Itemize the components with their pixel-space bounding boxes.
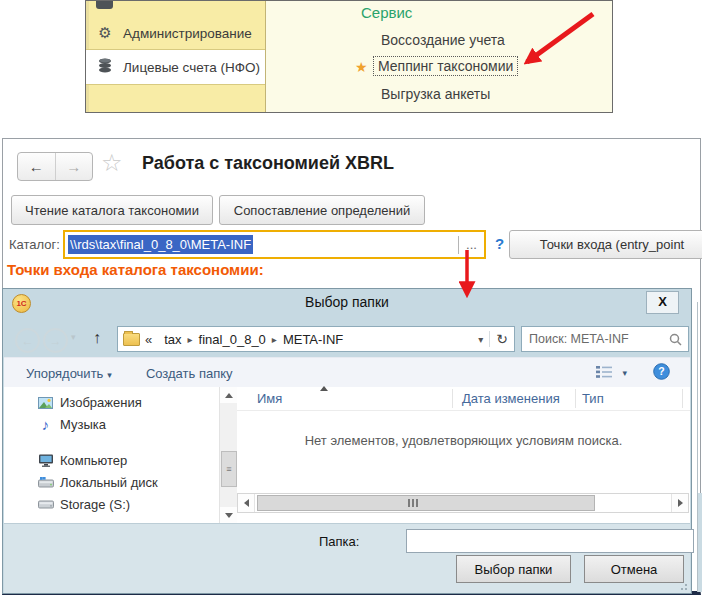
resize-grip[interactable] (677, 580, 687, 590)
close-button[interactable]: X (646, 291, 679, 314)
scroll-down-button[interactable] (220, 507, 237, 523)
folder-name-input[interactable] (406, 529, 694, 553)
view-mode-chevron-icon[interactable]: ▾ (622, 368, 627, 378)
grip-icon: ≡ (226, 464, 231, 474)
sidebar-scrollbar[interactable]: ≡ (219, 387, 237, 523)
folder-label: Папка: (319, 534, 359, 549)
breadcrumb-item[interactable]: tax (164, 332, 181, 347)
scroll-left-button[interactable] (238, 494, 255, 512)
column-header-type[interactable]: Тип (582, 391, 604, 406)
breadcrumb-separator-icon: ▸ (188, 334, 193, 345)
column-header-name[interactable]: Имя (257, 391, 282, 406)
breadcrumb-dropdown-icon[interactable]: ▾ (478, 334, 483, 345)
partial-menu-icon (96, 1, 113, 9)
dialog-toolbar: Упорядочить▾ Создать папку ▾ ? (4, 357, 690, 389)
catalog-value-selected: \\rds\tax\final_0_8_0\META-INF (68, 235, 253, 254)
catalog-input[interactable]: \\rds\tax\final_0_8_0\META-INF ... (63, 230, 486, 259)
compare-definitions-button[interactable]: Сопоставление определений (219, 195, 425, 225)
accounts-icon (95, 58, 115, 76)
column-divider[interactable] (682, 389, 683, 408)
new-folder-button[interactable]: Создать папку (146, 366, 233, 381)
search-icon (669, 333, 682, 346)
favorite-toggle-icon[interactable]: ☆ (101, 149, 123, 177)
scroll-up-button[interactable] (220, 387, 237, 403)
organize-menu-button[interactable]: Упорядочить▾ (26, 366, 112, 381)
scroll-right-button[interactable] (671, 494, 688, 512)
forward-arrow-icon: → (50, 334, 62, 348)
menu-item-taxonomy-mapping[interactable]: Меппинг таксономии (373, 56, 518, 76)
page-title: Работа с таксономией XBRL (142, 153, 394, 174)
back-arrow-icon: ← (29, 158, 44, 175)
gear-icon: ⚙ (95, 24, 115, 42)
pictures-icon (37, 397, 54, 409)
forward-arrow-icon: → (66, 158, 81, 175)
chevron-down-icon: ▾ (107, 370, 112, 380)
history-nav: ← → (17, 152, 93, 181)
column-divider[interactable] (575, 389, 576, 408)
organize-label: Упорядочить (26, 366, 103, 381)
dialog-titlebar[interactable]: Выбор папки (3, 289, 691, 315)
sidebar-item-label: Storage (S:) (60, 497, 130, 512)
dialog-nav-row: ← → ▾ ↑ « tax ▸ final_0_8_0 ▸ META-INF ▾… (3, 325, 691, 353)
search-input[interactable]: Поиск: META-INF (521, 326, 689, 352)
folder-icon (123, 333, 140, 346)
section-menu-panel: ⚙ Администрирование Лицевые счета (НФО) … (85, 0, 613, 113)
sidebar-item-administration[interactable]: ⚙ Администрирование (86, 18, 265, 48)
folder-dialog: Выбор папки 1С X ← → ▾ ↑ « tax ▸ final_0… (2, 288, 692, 594)
sidebar-item-computer[interactable]: Компьютер (4, 450, 218, 471)
background-window-edge (698, 493, 702, 592)
breadcrumb-item[interactable]: META-INF (283, 332, 343, 347)
cancel-button[interactable]: Отмена (584, 555, 684, 583)
horizontal-scrollbar[interactable] (237, 493, 689, 513)
dialog-body: Изображения ♪ Музыка Компьютер Локальный… (4, 387, 690, 523)
breadcrumb-separator-icon: ▸ (272, 334, 277, 345)
select-folder-button[interactable]: Выбор папки (456, 555, 571, 583)
refresh-icon[interactable]: ↻ (496, 331, 508, 347)
svg-text:?: ? (658, 365, 664, 377)
search-text: Поиск: META-INF (529, 332, 629, 346)
triangle-right-icon (678, 499, 683, 507)
column-header-date[interactable]: Дата изменения (462, 391, 560, 406)
browse-button[interactable]: ... (459, 237, 484, 252)
triangle-left-icon (244, 499, 249, 507)
catalog-label: Каталог: (9, 237, 60, 252)
screenshot-root: ⚙ Администрирование Лицевые счета (НФО) … (0, 0, 702, 599)
up-directory-button[interactable]: ↑ (93, 329, 101, 347)
sidebar-item-label: Администрирование (123, 26, 252, 41)
breadcrumb-item[interactable]: final_0_8_0 (199, 332, 266, 347)
nav-history-chevron-icon[interactable]: ▾ (71, 332, 76, 342)
music-icon: ♪ (37, 416, 54, 433)
nav-back-button[interactable]: ← (15, 328, 40, 353)
back-button[interactable]: ← (18, 153, 56, 180)
sidebar-item-pictures[interactable]: Изображения (4, 392, 218, 413)
disk-icon (37, 477, 54, 488)
back-arrow-icon: ← (22, 334, 34, 348)
breadcrumb[interactable]: « tax ▸ final_0_8_0 ▸ META-INF ▾ ↻ (117, 326, 515, 352)
computer-icon (37, 454, 54, 467)
menu-item-export-form[interactable]: Выгрузка анкеты (381, 86, 490, 102)
view-mode-icon[interactable] (596, 366, 612, 381)
sort-ascending-icon (320, 386, 328, 391)
triangle-up-icon (225, 393, 233, 398)
dialog-footer: Папка: Выбор папки Отмена (4, 523, 690, 593)
sidebar-menu: ⚙ Администрирование Лицевые счета (НФО) (86, 1, 266, 112)
nav-forward-button[interactable]: → (43, 328, 68, 353)
breadcrumb-overflow-icon[interactable]: « (145, 332, 152, 347)
sidebar-item-accounts[interactable]: Лицевые счета (НФО) (86, 49, 265, 85)
list-header: Имя Дата изменения Тип (237, 387, 690, 411)
forward-button[interactable]: → (56, 153, 93, 180)
entry-points-button[interactable]: Точки входа (entry_point (509, 230, 702, 259)
column-divider[interactable] (452, 389, 453, 408)
sidebar-item-local-disk[interactable]: Локальный диск (4, 472, 218, 493)
favorite-star-icon[interactable]: ★ (355, 59, 368, 75)
sidebar-item-music[interactable]: ♪ Музыка (4, 414, 218, 435)
scrollbar-thumb[interactable]: ≡ (221, 451, 237, 487)
read-catalog-button[interactable]: Чтение каталога таксономии (11, 195, 213, 225)
scrollbar-thumb[interactable] (257, 495, 595, 511)
menu-item-recreate-accounting[interactable]: Воссоздание учета (381, 32, 505, 48)
help-link[interactable]: ? (495, 235, 504, 252)
sidebar-item-storage-drive[interactable]: Storage (S:) (4, 494, 218, 515)
help-icon[interactable]: ? (653, 363, 670, 383)
sidebar-item-label: Компьютер (60, 453, 127, 468)
grip-icon (408, 499, 418, 507)
